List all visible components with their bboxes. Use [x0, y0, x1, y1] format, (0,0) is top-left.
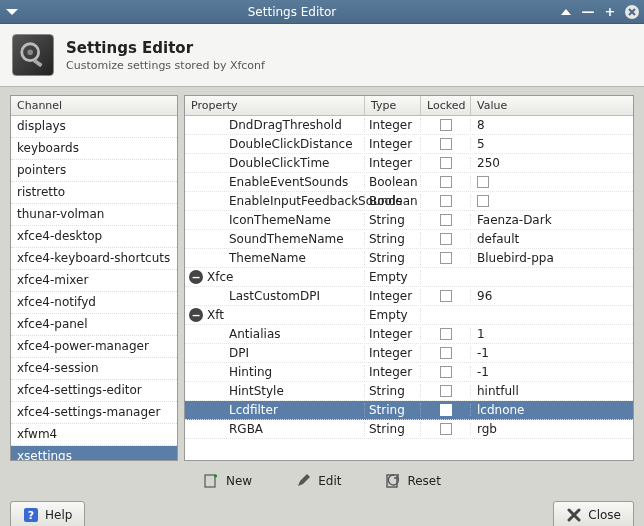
channel-item[interactable]: xfce4-notifyd	[11, 292, 177, 314]
channel-item[interactable]: pointers	[11, 160, 177, 182]
window-maximize-button[interactable]: +	[602, 4, 618, 20]
property-row[interactable]: DoubleClickDistanceInteger5	[185, 135, 633, 154]
action-bar: New Edit Reset	[0, 465, 644, 493]
channel-item[interactable]: xfce4-power-manager	[11, 336, 177, 358]
value-checkbox[interactable]	[477, 176, 489, 188]
collapse-icon[interactable]: −	[189, 270, 203, 284]
property-value: 250	[471, 156, 633, 170]
property-row[interactable]: LastCustomDPIInteger96	[185, 287, 633, 306]
locked-column-header[interactable]: Locked	[421, 96, 471, 115]
locked-checkbox[interactable]	[440, 176, 452, 188]
help-button[interactable]: ? Help	[10, 501, 85, 526]
locked-checkbox[interactable]	[440, 214, 452, 226]
property-type: String	[365, 251, 421, 265]
property-value: lcdnone	[471, 403, 633, 417]
property-type: String	[365, 403, 421, 417]
property-row[interactable]: DoubleClickTimeInteger250	[185, 154, 633, 173]
channel-item[interactable]: xfce4-desktop	[11, 226, 177, 248]
channel-column-header[interactable]: Channel	[11, 96, 177, 115]
reset-button[interactable]: Reset	[381, 471, 445, 491]
property-name: DPI	[229, 346, 249, 360]
property-type: Integer	[365, 365, 421, 379]
property-row[interactable]: DndDragThresholdInteger8	[185, 116, 633, 135]
property-group-row[interactable]: −XftEmpty	[185, 306, 633, 325]
window-title: Settings Editor	[26, 5, 558, 19]
channel-item[interactable]: xfce4-settings-editor	[11, 380, 177, 402]
property-row[interactable]: EnableEventSoundsBoolean	[185, 173, 633, 192]
property-name: EnableEventSounds	[229, 175, 348, 189]
channel-panel: Channel displayskeyboardspointersristret…	[10, 95, 178, 461]
property-type: String	[365, 213, 421, 227]
channel-item[interactable]: keyboards	[11, 138, 177, 160]
main-content: Channel displayskeyboardspointersristret…	[0, 87, 644, 465]
locked-checkbox[interactable]	[440, 195, 452, 207]
channel-item[interactable]: xfce4-settings-manager	[11, 402, 177, 424]
property-type: Boolean	[365, 194, 421, 208]
value-checkbox[interactable]	[477, 195, 489, 207]
locked-checkbox[interactable]	[440, 404, 452, 416]
property-name: Xfce	[207, 270, 233, 284]
window-minimize-button[interactable]: —	[580, 4, 596, 20]
property-row[interactable]: ThemeNameStringBluebird-ppa	[185, 249, 633, 268]
value-column-header[interactable]: Value	[471, 96, 633, 115]
property-name: LastCustomDPI	[229, 289, 320, 303]
locked-checkbox[interactable]	[440, 290, 452, 302]
channel-item[interactable]: xsettings	[11, 446, 177, 460]
reset-label: Reset	[407, 474, 441, 488]
close-button[interactable]: Close	[553, 501, 634, 526]
svg-point-2	[27, 49, 33, 55]
channel-item[interactable]: displays	[11, 116, 177, 138]
locked-checkbox[interactable]	[440, 366, 452, 378]
property-row[interactable]: RGBAStringrgb	[185, 420, 633, 439]
collapse-icon[interactable]: −	[189, 308, 203, 322]
new-button[interactable]: New	[200, 471, 256, 491]
edit-button[interactable]: Edit	[292, 471, 345, 491]
property-value	[471, 176, 633, 188]
locked-checkbox[interactable]	[440, 252, 452, 264]
locked-checkbox[interactable]	[440, 138, 452, 150]
locked-checkbox[interactable]	[440, 157, 452, 169]
channel-item[interactable]: xfce4-session	[11, 358, 177, 380]
channel-item[interactable]: xfwm4	[11, 424, 177, 446]
property-group-row[interactable]: −XfceEmpty	[185, 268, 633, 287]
property-value: 1	[471, 327, 633, 341]
property-type: Integer	[365, 156, 421, 170]
property-value: -1	[471, 346, 633, 360]
channel-item[interactable]: xfce4-keyboard-shortcuts	[11, 248, 177, 270]
locked-checkbox[interactable]	[440, 423, 452, 435]
property-type: Integer	[365, 137, 421, 151]
app-menu-icon[interactable]	[4, 4, 20, 20]
property-row[interactable]: HintStyleStringhintfull	[185, 382, 633, 401]
property-type: String	[365, 232, 421, 246]
property-row[interactable]: SoundThemeNameStringdefault	[185, 230, 633, 249]
property-value: 96	[471, 289, 633, 303]
property-row[interactable]: AntialiasInteger1	[185, 325, 633, 344]
locked-checkbox[interactable]	[440, 347, 452, 359]
channel-item[interactable]: xfce4-mixer	[11, 270, 177, 292]
property-name: Lcdfilter	[229, 403, 278, 417]
property-name: DndDragThreshold	[229, 118, 342, 132]
window-titlebar: Settings Editor — +	[0, 0, 644, 24]
locked-checkbox[interactable]	[440, 233, 452, 245]
svg-text:?: ?	[28, 509, 34, 522]
new-label: New	[226, 474, 252, 488]
property-type: Integer	[365, 327, 421, 341]
locked-checkbox[interactable]	[440, 119, 452, 131]
property-row[interactable]: IconThemeNameStringFaenza-Dark	[185, 211, 633, 230]
property-row[interactable]: DPIInteger-1	[185, 344, 633, 363]
channel-item[interactable]: thunar-volman	[11, 204, 177, 226]
property-value: hintfull	[471, 384, 633, 398]
type-column-header[interactable]: Type	[365, 96, 421, 115]
channel-item[interactable]: xfce4-panel	[11, 314, 177, 336]
property-row[interactable]: EnableInputFeedbackSoundsBoolean	[185, 192, 633, 211]
channel-item[interactable]: ristretto	[11, 182, 177, 204]
locked-checkbox[interactable]	[440, 385, 452, 397]
locked-checkbox[interactable]	[440, 328, 452, 340]
property-column-header[interactable]: Property	[185, 96, 365, 115]
window-close-button[interactable]	[624, 4, 640, 20]
help-label: Help	[45, 508, 72, 522]
window-rollup-button[interactable]	[558, 4, 574, 20]
property-row[interactable]: HintingInteger-1	[185, 363, 633, 382]
property-row[interactable]: LcdfilterStringlcdnone	[185, 401, 633, 420]
close-icon	[566, 507, 582, 523]
